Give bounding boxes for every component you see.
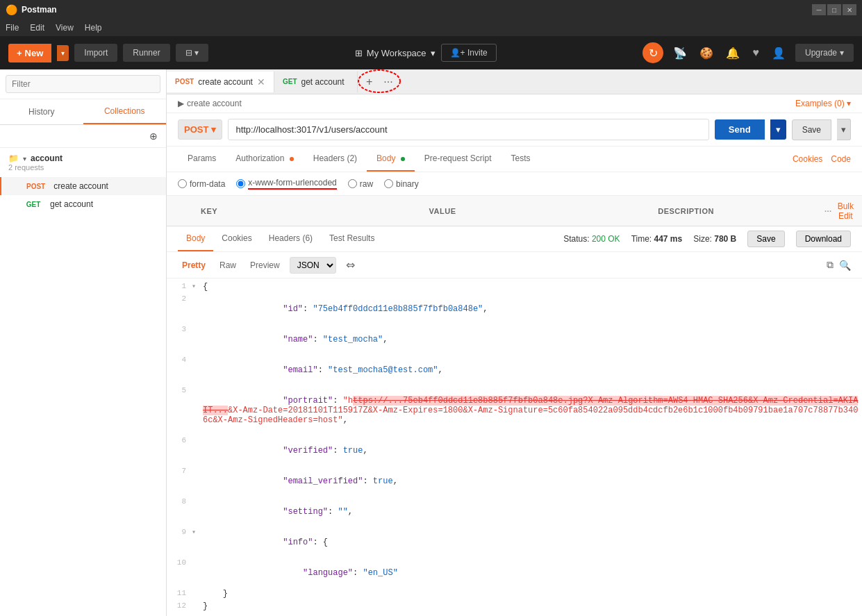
json-line: 10 "language": "en_US" [167,558,862,588]
cookie-icon[interactable]: 🍪 [697,44,716,63]
avatar-icon[interactable]: 👤 [769,44,788,63]
interceptor-icon[interactable]: 📡 [670,44,690,63]
params-tab-body[interactable]: Body [367,147,415,172]
upgrade-button[interactable]: Upgrade ▾ [795,44,854,62]
runner-button[interactable]: Runner [123,44,169,62]
request-name: create account [53,181,108,191]
send-button[interactable]: Send [715,119,765,140]
user-plus-icon: 👤+ [450,48,465,58]
download-button[interactable]: Download [796,231,851,247]
bulk-edit-button[interactable]: Bulk Edit [838,201,854,221]
add-collection-button[interactable]: ⊕ [147,128,160,144]
sidebar-toolbar: ⊕ [0,125,166,148]
json-line: 5 "portrait": "https://...75eb4ff0ddcd11… [167,385,862,435]
workspace-center: ⊞ My Workspace ▾ 👤+ Invite [214,44,637,62]
format-select[interactable]: JSON XML HTML Text [290,257,336,274]
size-label: Size: 780 B [693,234,736,244]
collection-name: account [31,153,63,163]
tab-name: get account [301,77,345,87]
json-line: 4 "email": "test_mocha5@test.com", [167,355,862,385]
main-layout: History Collections ⊕ 📁 ▾ account 2 requ… [0,69,862,616]
url-input[interactable] [228,119,708,140]
add-tab-button[interactable]: + [360,73,378,91]
copy-response-button[interactable]: ⧉ [827,259,834,271]
collection-header: 📁 ▾ account [8,153,158,163]
format-bar: Pretty Raw Preview JSON XML HTML Text ⇔ … [167,252,862,278]
menu-help[interactable]: Help [85,23,102,33]
params-tab-authorization[interactable]: Authorization [226,147,303,172]
radio-urlencoded[interactable]: x-www-form-urlencoded [236,178,336,190]
search-input[interactable] [6,75,160,93]
maximize-button[interactable]: □ [827,4,841,15]
examples-link[interactable]: Examples (0) [795,99,845,108]
radio-form-data[interactable]: form-data [178,179,225,189]
cookies-link[interactable]: Cookies [793,154,822,164]
new-button-arrow[interactable]: ▾ [57,45,69,61]
method-selector[interactable]: POST ▾ [178,119,222,140]
import-button[interactable]: Import [74,44,117,62]
response-tab-test-results[interactable]: Test Results [321,226,383,251]
json-line: 7 "email_verified": true, [167,466,862,497]
menu-view[interactable]: View [56,23,74,33]
request-item-create-account[interactable]: POST create account [0,177,166,195]
tab-get-account[interactable]: GET get account [274,72,358,92]
send-arrow-button[interactable]: ▾ [770,119,786,140]
tab-close-icon[interactable]: ✕ [257,77,265,87]
breadcrumb: ▶ create account [178,99,242,108]
response-status: Status: 200 OK Time: 447 ms Size: 780 B … [563,231,851,247]
raw-button[interactable]: Raw [215,258,240,272]
close-button[interactable]: ✕ [843,4,856,15]
collections-tab[interactable]: Collections [83,99,167,124]
pretty-button[interactable]: Pretty [178,258,210,272]
tab-method-post: POST [175,78,194,85]
new-button[interactable]: + New [8,44,51,63]
history-tab[interactable]: History [0,99,83,124]
minimize-button[interactable]: ─ [812,4,826,15]
params-tab-headers[interactable]: Headers (2) [304,147,367,172]
auth-dot [290,157,294,161]
collection-account[interactable]: 📁 ▾ account 2 requests [0,148,166,177]
sidebar-content: 📁 ▾ account 2 requests POST create accou… [0,148,166,616]
sync-button[interactable]: ↻ [643,42,663,63]
plus-icon: + [17,48,22,58]
radio-binary[interactable]: binary [384,179,419,189]
chevron-down-icon: ▾ [840,48,844,58]
notification-icon[interactable]: 🔔 [723,44,743,63]
menu-edit[interactable]: Edit [30,23,44,33]
json-viewer[interactable]: 1 ▾ { 2 "id": "75eb4ff0ddcd11e8b885f7fbf… [167,278,862,616]
folder-icon: 📁 [8,153,19,163]
invite-button[interactable]: 👤+ Invite [441,44,497,62]
response-tab-headers[interactable]: Headers (6) [260,226,321,251]
params-tab-prerequest[interactable]: Pre-request Script [415,147,502,172]
menu-bar: File Edit View Help [0,19,862,36]
save-response-button[interactable]: Save [747,231,784,247]
word-wrap-icon[interactable]: ⇔ [342,256,359,274]
save-button[interactable]: Save [792,119,831,140]
radio-raw[interactable]: raw [348,179,373,189]
response-tab-body[interactable]: Body [178,226,213,251]
examples-dropdown-icon[interactable]: ▾ [847,99,851,108]
search-response-button[interactable]: 🔍 [839,259,851,271]
response-tab-cookies[interactable]: Cookies [213,226,260,251]
response-section: Body Cookies Headers (6) Test Results St… [167,226,862,616]
params-tab-params[interactable]: Params [178,147,226,172]
menu-file[interactable]: File [6,23,19,33]
more-tabs-button[interactable]: ··· [378,73,398,91]
save-arrow-button[interactable]: ▾ [837,119,851,140]
sidebar-search-container [0,69,166,99]
more-icon[interactable]: ··· [824,207,832,215]
json-line: 8 "setting": "", [167,497,862,527]
json-line: 9 ▾ "info": { [167,527,862,558]
tab-name: create account [198,77,253,87]
grid-icon: ⊞ [355,48,363,58]
time-label: Time: 447 ms [631,234,683,244]
preview-button[interactable]: Preview [246,258,284,272]
tab-create-account[interactable]: POST create account ✕ [167,72,274,92]
request-item-get-account[interactable]: GET get account [0,195,166,213]
postman-icon: 🟠 [6,4,17,15]
layout-button[interactable]: ⊟ ▾ [176,44,208,62]
params-tab-tests[interactable]: Tests [501,147,540,172]
code-link[interactable]: Code [831,154,851,164]
heart-icon[interactable]: ♥ [749,44,762,62]
workspace-selector[interactable]: ⊞ My Workspace ▾ [355,48,436,58]
